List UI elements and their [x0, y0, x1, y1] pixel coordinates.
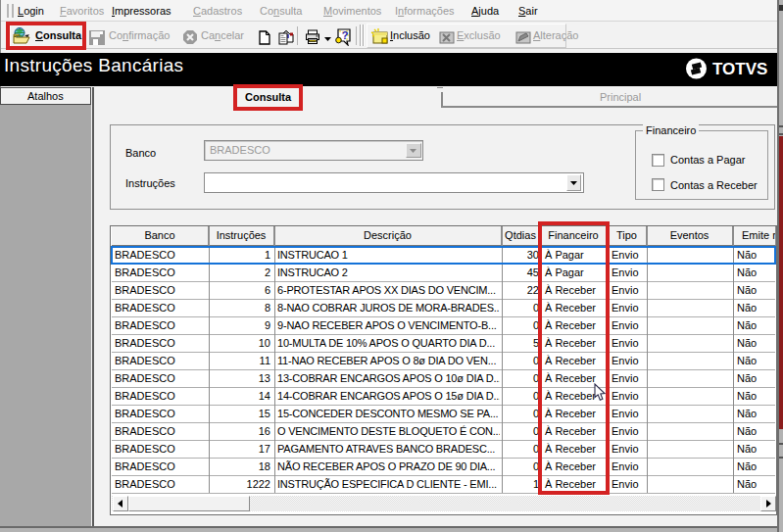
svg-text:?: ?: [342, 29, 349, 41]
